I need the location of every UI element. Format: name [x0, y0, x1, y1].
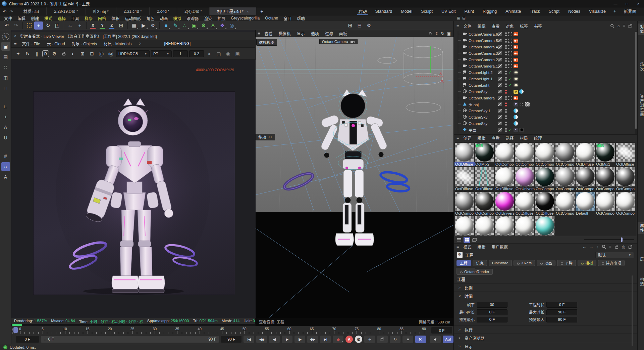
attribute-tab[interactable]: 模拟	[578, 260, 596, 266]
rotate-tool[interactable]: ↻	[44, 21, 52, 30]
camera-tag[interactable]	[514, 51, 518, 55]
editor-toggle[interactable]	[498, 39, 502, 42]
attribute-tab[interactable]: XRefs	[514, 260, 535, 266]
layout-tab[interactable]: Script	[544, 7, 564, 15]
panel-rows-icon[interactable]: ⊟	[462, 16, 466, 20]
panel-layout-icon[interactable]: ⊞	[457, 16, 460, 20]
object-row[interactable]: OctaneCamera.4	[454, 44, 635, 50]
editor-toggle[interactable]	[498, 96, 502, 100]
material-item[interactable]: OctCompo	[555, 142, 575, 167]
live-viewer-menu-item[interactable]: 材质 - Materials	[100, 41, 135, 46]
material-item[interactable]	[515, 216, 535, 236]
camera-badge[interactable]: OctaneCamera	[319, 39, 358, 44]
phong-tag[interactable]	[514, 128, 518, 132]
attribute-tab[interactable]: Cineware	[489, 260, 512, 266]
exposure-field[interactable]: 0.2	[189, 50, 204, 57]
layout-tab[interactable]: Standard	[371, 7, 397, 15]
layout-tab[interactable]: Model	[396, 7, 417, 15]
material-tag[interactable]	[519, 128, 524, 132]
object-name[interactable]: OctaneCamera.5	[469, 39, 498, 43]
uvw-tag[interactable]	[519, 102, 524, 106]
layout-tab[interactable]: Animate	[501, 7, 525, 15]
material-menu-item[interactable]: 纹理	[531, 135, 545, 141]
layout-tab[interactable]: Track	[525, 7, 544, 15]
redo-icon[interactable]: ↷	[12, 21, 20, 30]
editor-toggle[interactable]	[498, 109, 502, 113]
redo-icon[interactable]: ↷	[9, 9, 13, 14]
material-menu-item[interactable]: 选择	[503, 135, 517, 141]
material-name[interactable]: OctCompo	[555, 187, 575, 191]
material-menu-item[interactable]: 创建	[461, 135, 475, 141]
editor-toggle[interactable]	[498, 102, 502, 106]
compositing-tag[interactable]: ⇄	[514, 90, 518, 94]
material-thumbnail[interactable]	[576, 192, 595, 211]
attribute-tab[interactable]: 待办事项	[598, 260, 625, 266]
region-render-button[interactable]: R	[42, 50, 49, 57]
live-viewer-menu-item[interactable]: 云 - Cloud	[44, 41, 68, 46]
pan-view-icon[interactable]	[428, 31, 432, 36]
make-editable[interactable]: ✎	[2, 33, 9, 40]
clay-mode-icon[interactable]: ◐	[69, 50, 77, 58]
material-item[interactable]: OctDiffuse	[535, 191, 555, 216]
layout-grid-icon[interactable]: ⊞	[346, 21, 355, 30]
object-name[interactable]: OctaneCamera.1	[469, 64, 498, 68]
viewport-menu-item[interactable]: 过滤	[322, 31, 336, 36]
attribute-menu-item[interactable]: 用户数据	[489, 244, 511, 250]
object-row[interactable]: OctaneCamera.5	[454, 37, 635, 44]
field-value[interactable]: 90 F	[546, 309, 577, 315]
attribute-scrollbar[interactable]	[632, 275, 633, 346]
material-thumbnail[interactable]	[596, 192, 615, 211]
material-item[interactable]: OctCompo	[535, 142, 555, 167]
material-thumbnail[interactable]	[535, 143, 554, 162]
focus-picker-icon[interactable]: Ⓕ	[97, 50, 105, 58]
menu-item[interactable]: 帮助	[294, 15, 308, 21]
material-item[interactable]: OctCompo	[615, 191, 636, 216]
viewport-lock-icon[interactable]: ▣	[233, 50, 241, 58]
material-name[interactable]: OctDiffuse	[575, 162, 595, 166]
object-manager-menu-item[interactable]: 查看	[489, 23, 503, 29]
z-axis-lock[interactable]: Z	[107, 21, 116, 30]
material-item[interactable]: OctDiffuse	[515, 191, 535, 216]
layout-tab[interactable]: Sculpt	[417, 7, 437, 15]
visibility-dots[interactable]	[503, 96, 508, 100]
material-thumbnail[interactable]	[455, 167, 474, 186]
list-view-icon[interactable]	[456, 237, 463, 243]
material-name[interactable]: OctCompo	[495, 162, 515, 166]
attribute-tab[interactable]: 动画	[537, 260, 555, 266]
layout-tab[interactable]: UV Edit	[437, 7, 460, 15]
history-icon[interactable]: ▱	[66, 21, 75, 30]
close-tab-icon[interactable]: ×	[247, 9, 249, 13]
menu-item[interactable]: 动画	[157, 15, 170, 21]
material-thumbnail[interactable]	[535, 192, 554, 211]
mograph-cloner[interactable]: ∴	[180, 21, 189, 30]
material-thumbnail[interactable]	[616, 192, 635, 211]
object-manager-menu-item[interactable]: 文件	[461, 23, 475, 29]
visibility-dots[interactable]	[503, 51, 508, 55]
object-row[interactable]: OctaneCamera.3	[454, 50, 635, 56]
object-row[interactable]: OctaneLight✓	[454, 82, 635, 88]
material-name[interactable]: OctCompo	[535, 162, 555, 166]
material-item[interactable]: OctCompo	[454, 191, 475, 216]
maximize-button[interactable]: □	[621, 0, 633, 7]
material-item[interactable]: OctCompo	[555, 191, 575, 216]
material-item[interactable]: OctCompo	[535, 167, 555, 191]
object-row[interactable]: OctaneLight.2✓	[454, 69, 635, 76]
light-tag[interactable]	[514, 71, 518, 75]
material-item[interactable]: OctDiffuse	[615, 142, 636, 167]
material-name[interactable]: OctCompo	[615, 187, 636, 191]
material-picker-icon[interactable]: Ⓜ	[107, 50, 115, 58]
material-name[interactable]: OctCompo	[555, 211, 575, 215]
material-item[interactable]: OctDiffuse	[475, 167, 495, 191]
object-name[interactable]: OctaneCamera	[469, 96, 498, 100]
material-thumbnail[interactable]	[495, 192, 514, 211]
material-thumbnail[interactable]	[455, 192, 474, 211]
colorspace-dropdown[interactable]: HDR/sRGB▼	[116, 50, 150, 57]
menu-more-chevron[interactable]: >	[136, 41, 145, 46]
autokey-button[interactable]: A	[345, 336, 353, 343]
menu-item[interactable]: 创建	[28, 15, 42, 21]
light-tag[interactable]	[514, 83, 518, 87]
object-name[interactable]: OctaneCamera.2	[469, 58, 498, 62]
axis-mode[interactable]: +	[1, 113, 10, 121]
texture-tag[interactable]	[525, 102, 530, 106]
field-value[interactable]: 0 F	[477, 317, 507, 322]
